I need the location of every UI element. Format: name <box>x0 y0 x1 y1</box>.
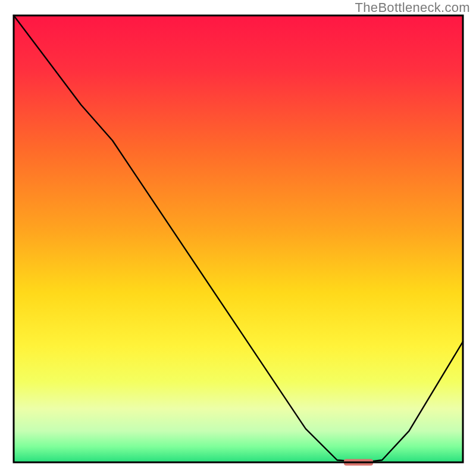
watermark-text: TheBottleneck.com <box>355 0 470 15</box>
bottleneck-chart-svg <box>0 0 476 476</box>
plot-background <box>14 15 463 462</box>
chart-container: TheBottleneck.com <box>0 0 476 476</box>
